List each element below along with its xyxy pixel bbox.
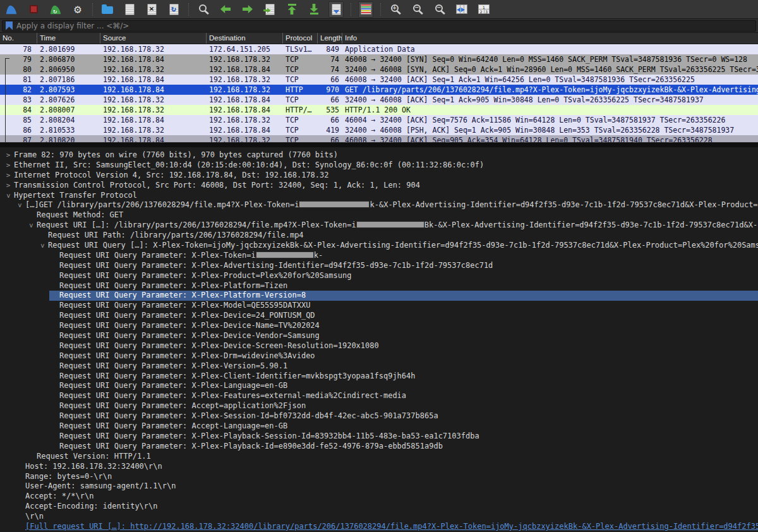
- detail-line[interactable]: Request URI Query Parameter: X-Plex-Drm=…: [0, 351, 758, 361]
- detail-line[interactable]: Accept: */*\r\n: [0, 492, 758, 502]
- restart-capture-button[interactable]: ↻: [48, 1, 63, 18]
- detail-line[interactable]: Request URI Query Parameter: X-Plex-Devi…: [0, 331, 758, 341]
- detail-line[interactable]: Request URI Query Parameter: X-Plex-Plat…: [0, 291, 758, 301]
- resize-columns-button[interactable]: [454, 1, 469, 18]
- column-header-protocol[interactable]: Protocol: [282, 33, 317, 44]
- display-filter-input[interactable]: [16, 21, 752, 30]
- detail-line[interactable]: Request URI Query Parameter: X-Plex-Devi…: [0, 341, 758, 351]
- packet-row-79[interactable]: 792.806870192.168.178.84192.168.178.32TC…: [0, 54, 758, 64]
- detail-line[interactable]: >Ethernet II, Src: SamsungElect_00:10:d4…: [0, 160, 758, 171]
- detail-line[interactable]: Request URI Query Parameter: X-Plex-Feat…: [0, 391, 758, 401]
- stop-capture-button[interactable]: [26, 1, 41, 18]
- zoom-out-button[interactable]: −: [410, 1, 425, 18]
- detail-line[interactable]: Request Version: HTTP/1.1: [0, 452, 758, 462]
- detail-line[interactable]: >Request URI […]: /library/parts/206/137…: [0, 221, 758, 231]
- detail-line[interactable]: >Transmission Control Protocol, Src Port…: [0, 181, 758, 191]
- cell-time: 2.806870: [37, 54, 100, 64]
- expander-icon[interactable]: >: [4, 160, 12, 171]
- detail-line[interactable]: Request URI Query Parameter: X-Plex-Sess…: [0, 411, 758, 421]
- detail-line[interactable]: >Request URI Query […]: X-Plex-Token=ijo…: [0, 241, 758, 251]
- cell-protocol: HTTP: [282, 85, 317, 95]
- full-request-uri-link[interactable]: [Full request URI […]: http://192.168.17…: [0, 522, 758, 532]
- detail-line[interactable]: Request URI Query Parameter: Accept=appl…: [0, 401, 758, 411]
- capture-options-button[interactable]: [70, 1, 85, 18]
- expander-icon[interactable]: >: [37, 242, 47, 250]
- detail-text: Request URI […]: /library/parts/206/1376…: [37, 221, 356, 229]
- start-capture-button[interactable]: [4, 1, 19, 18]
- find-packet-button[interactable]: [196, 1, 211, 18]
- display-filter-field[interactable]: [2, 20, 756, 32]
- colorize-button[interactable]: [358, 1, 373, 18]
- column-layout-button[interactable]: 1 23: [476, 1, 491, 18]
- packet-row-82[interactable]: 822.807593192.168.178.84192.168.178.32HT…: [0, 85, 758, 95]
- detail-line[interactable]: User-Agent: samsung-agent/1.1\r\n: [0, 481, 758, 492]
- expander-icon[interactable]: >: [26, 222, 36, 229]
- column-header-time[interactable]: Time: [37, 33, 100, 44]
- expander-icon[interactable]: >: [15, 202, 25, 209]
- cell-source: 192.168.178.32: [100, 125, 206, 135]
- detail-line[interactable]: >Internet Protocol Version 4, Src: 192.1…: [0, 171, 758, 181]
- save-file-button[interactable]: [122, 1, 137, 18]
- detail-line[interactable]: Host: 192.168.178.32:32400\r\n: [0, 462, 758, 472]
- packet-row-80[interactable]: 802.806950192.168.178.32192.168.178.84TC…: [0, 64, 758, 75]
- column-header-source[interactable]: Source: [100, 33, 206, 44]
- packet-row-81[interactable]: 812.807186192.168.178.84192.168.178.32TC…: [0, 75, 758, 85]
- open-file-button[interactable]: [100, 1, 115, 18]
- detail-line[interactable]: >Frame 82: 970 bytes on wire (7760 bits)…: [0, 150, 758, 160]
- detail-line[interactable]: >[…]GET /library/parts/206/1376028294/fi…: [0, 200, 758, 210]
- go-first-packet-button[interactable]: [284, 1, 299, 18]
- detail-line[interactable]: Request URI Query Parameter: X-Plex-Adve…: [0, 261, 758, 271]
- detail-line[interactable]: \r\n: [0, 512, 758, 522]
- column-header-info[interactable]: Info: [342, 33, 758, 44]
- detail-line[interactable]: Request URI Query Parameter: X-Plex-Mode…: [0, 301, 758, 311]
- detail-text: Request URI Query Parameter: X-Plex-Devi…: [59, 341, 379, 350]
- detail-line[interactable]: Request URI Query Parameter: X-Plex-Vers…: [0, 361, 758, 372]
- reload-file-button[interactable]: ↻: [166, 1, 181, 18]
- detail-line[interactable]: Request URI Query Parameter: X-Plex-Toke…: [0, 251, 758, 261]
- packet-row-78[interactable]: 782.801699192.168.178.32172.64.151.205TL…: [0, 44, 758, 54]
- expander-icon[interactable]: >: [4, 171, 12, 181]
- detail-line[interactable]: Range: bytes=0-\r\n: [0, 472, 758, 482]
- packet-row-85[interactable]: 852.808204192.168.178.84192.168.178.32TC…: [0, 115, 758, 125]
- detail-line[interactable]: Request URI Query Parameter: X-Plex-Plat…: [0, 281, 758, 291]
- capture-options-icon: [74, 3, 81, 16]
- detail-text: Request URI Query […]: X-Plex-Token=ijoM…: [48, 241, 758, 250]
- go-forward-button[interactable]: [240, 1, 255, 18]
- filter-bookmark-icon[interactable]: [6, 21, 13, 30]
- expander-icon[interactable]: >: [4, 181, 12, 191]
- zoom-original-button[interactable]: −: [432, 1, 447, 18]
- pane-splitter[interactable]: [0, 142, 758, 147]
- go-to-packet-button[interactable]: [262, 1, 277, 18]
- detail-line[interactable]: Request URI Query Parameter: X-Plex-Clie…: [0, 372, 758, 382]
- cell-no: 82: [0, 85, 37, 95]
- packet-row-83[interactable]: 832.807626192.168.178.32192.168.178.84TC…: [0, 95, 758, 105]
- detail-line[interactable]: Accept-Encoding: identity\r\n: [0, 502, 758, 512]
- detail-text: Request URI Query Parameter: X-Plex-Devi…: [59, 311, 315, 320]
- reload-file-icon: ↻: [169, 4, 179, 15]
- go-back-button[interactable]: [218, 1, 233, 18]
- detail-line[interactable]: Request URI Query Parameter: X-Plex-Prod…: [0, 271, 758, 281]
- packet-list[interactable]: 782.801699192.168.178.32172.64.151.205TL…: [0, 44, 758, 142]
- detail-line[interactable]: Request URI Query Parameter: X-Plex-Play…: [0, 432, 758, 442]
- detail-line[interactable]: Request URI Query Parameter: X-Plex-Lang…: [0, 381, 758, 391]
- close-file-button[interactable]: ×: [144, 1, 159, 18]
- column-header-length[interactable]: Length: [317, 33, 342, 44]
- detail-line[interactable]: >Hypertext Transfer Protocol: [0, 191, 758, 201]
- detail-line[interactable]: Request URI Path: /library/parts/206/137…: [0, 231, 758, 241]
- packet-row-86[interactable]: 862.810533192.168.178.32192.168.178.84TC…: [0, 125, 758, 135]
- column-header-no[interactable]: No.: [0, 33, 37, 44]
- expander-icon[interactable]: >: [3, 192, 13, 200]
- column-header-destination[interactable]: Destination: [206, 33, 282, 44]
- detail-line[interactable]: Request URI Query Parameter: X-Plex-Devi…: [0, 311, 758, 321]
- packet-row-84[interactable]: 842.808007192.168.178.32192.168.178.84HT…: [0, 105, 758, 115]
- expander-icon[interactable]: >: [4, 150, 12, 160]
- zoom-in-button[interactable]: +: [388, 1, 403, 18]
- detail-line[interactable]: Request URI Query Parameter: Accept-Lang…: [0, 421, 758, 432]
- detail-text: User-Agent: samsung-agent/1.1\r\n: [25, 481, 176, 490]
- go-last-packet-button[interactable]: [306, 1, 322, 18]
- detail-line[interactable]: Request URI Query Parameter: X-Plex-Devi…: [0, 321, 758, 331]
- detail-line[interactable]: Request Method: GET: [0, 210, 758, 221]
- packet-row-87[interactable]: 872.810820192.168.178.84192.168.178.32TC…: [0, 135, 758, 142]
- detail-line[interactable]: Request URI Query Parameter: X-Plex-Play…: [0, 442, 758, 452]
- auto-scroll-button[interactable]: [328, 1, 344, 18]
